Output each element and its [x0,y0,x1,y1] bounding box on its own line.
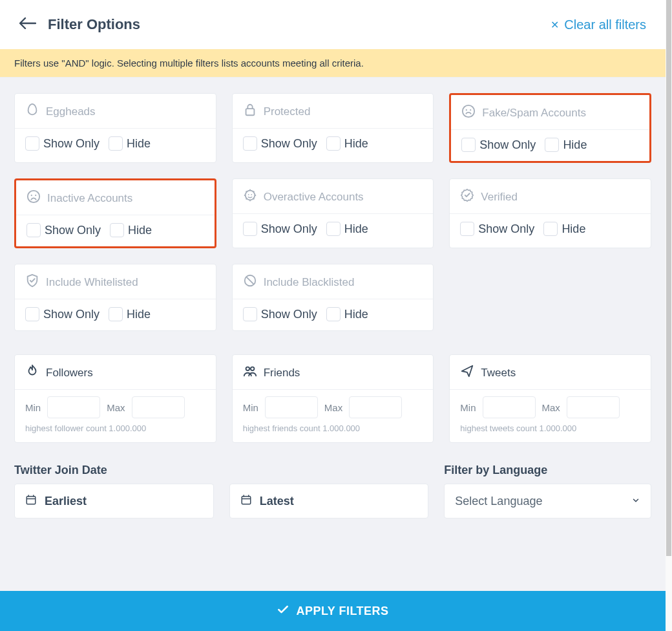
helper-text: highest tweets count 1.000.000 [450,421,651,442]
svg-point-2 [466,109,467,111]
send-icon [460,364,474,381]
hide-checkbox[interactable]: Hide [326,222,368,236]
tweets-min-input[interactable] [483,396,536,418]
filter-card-inactive: Inactive Accounts Show Only Hide [14,178,216,248]
filter-card-fakespam: Fake/Spam Accounts Show Only Hide [449,93,651,163]
show-only-checkbox[interactable]: Show Only [25,307,100,321]
hide-checkbox[interactable]: Hide [545,138,587,152]
show-only-checkbox[interactable]: Show Only [460,222,534,236]
check-icon [277,603,289,619]
top-bar: Filter Options ✕ Clear all filters [0,0,666,49]
card-title: Tweets [481,367,516,380]
tweets-max-input[interactable] [567,396,620,418]
back-icon[interactable] [19,17,36,32]
clear-all-filters-button[interactable]: ✕ Clear all filters [551,17,646,32]
show-only-checkbox[interactable]: Show Only [25,136,100,151]
helper-text: highest friends count 1.000.000 [233,421,434,442]
card-title: Include Blacklisted [264,276,355,289]
info-banner: Filters use "AND" logic. Selecting multi… [0,49,666,78]
calendar-icon [240,494,252,509]
verified-badge-icon [460,188,474,206]
card-title: Verified [481,191,518,204]
max-label: Max [542,402,560,413]
friends-icon [243,364,257,381]
hide-checkbox[interactable]: Hide [326,307,368,321]
hide-checkbox[interactable]: Hide [110,223,152,237]
filter-card-eggheads: Eggheads Show Only Hide [14,93,216,163]
filter-card-whitelisted: Include Whitelisted Show Only Hide [14,264,216,331]
earliest-label: Earliest [45,495,87,508]
svg-rect-13 [26,496,36,504]
min-label: Min [243,402,258,413]
show-only-checkbox[interactable]: Show Only [243,222,317,236]
hide-checkbox[interactable]: Hide [109,136,151,151]
card-title: Friends [264,367,300,380]
max-label: Max [324,402,342,413]
svg-rect-14 [242,496,251,504]
range-card-tweets: Tweets Min Max highest tweets count 1.00… [449,354,651,443]
flame-icon [25,364,39,381]
hide-checkbox[interactable]: Hide [109,307,151,321]
language-heading: Filter by Language [444,443,651,484]
earliest-date-button[interactable]: Earliest [14,484,214,519]
card-title: Include Whitelisted [46,276,138,289]
join-date-heading: Twitter Join Date [14,443,428,484]
range-card-friends: Friends Min Max highest friends count 1.… [232,354,434,443]
svg-point-6 [35,195,36,196]
gear-smile-icon [243,188,257,206]
page-title: Filter Options [48,16,140,33]
svg-point-8 [247,194,249,195]
svg-point-1 [463,105,474,117]
svg-point-5 [31,195,32,196]
svg-point-12 [251,367,255,371]
latest-date-button[interactable]: Latest [229,484,429,519]
svg-point-9 [251,194,252,195]
close-icon: ✕ [551,19,559,31]
min-label: Min [25,402,41,413]
helper-text: highest follower count 1.000.000 [15,421,216,442]
scrollbar[interactable] [666,0,672,631]
svg-point-11 [246,367,249,371]
svg-point-3 [470,109,471,111]
sad-face-icon [461,104,476,122]
min-label: Min [460,402,476,413]
range-card-followers: Followers Min Max highest follower count… [14,354,216,443]
svg-rect-0 [246,109,254,115]
ban-icon [243,273,257,291]
language-select[interactable]: Select Language [444,484,651,519]
chevron-down-icon [631,495,640,508]
filter-card-overactive: Overactive Accounts Show Only Hide [232,178,434,248]
followers-min-input[interactable] [47,396,100,418]
filter-card-blacklisted: Include Blacklisted Show Only Hide [232,264,434,331]
max-label: Max [107,402,125,413]
clear-all-label: Clear all filters [564,17,646,32]
card-title: Eggheads [46,105,96,118]
show-only-checkbox[interactable]: Show Only [26,223,101,237]
filter-card-protected: Protected Show Only Hide [232,93,434,163]
show-only-checkbox[interactable]: Show Only [243,136,317,151]
hide-checkbox[interactable]: Hide [543,222,585,236]
calendar-icon [25,494,37,509]
shield-check-icon [25,273,39,291]
card-title: Protected [264,105,311,118]
lock-icon [243,103,257,120]
show-only-checkbox[interactable]: Show Only [243,307,317,321]
friends-min-input[interactable] [265,396,318,418]
card-title: Overactive Accounts [264,191,364,204]
card-title: Fake/Spam Accounts [482,107,586,120]
egg-icon [25,103,39,120]
followers-max-input[interactable] [132,396,185,418]
apply-filters-button[interactable]: APPLY FILTERS [0,591,666,631]
svg-point-4 [28,191,39,202]
hide-checkbox[interactable]: Hide [326,136,368,151]
apply-label: APPLY FILTERS [296,604,388,618]
card-title: Inactive Accounts [47,192,132,205]
card-title: Followers [46,367,93,380]
friends-max-input[interactable] [349,396,402,418]
show-only-checkbox[interactable]: Show Only [461,138,536,152]
svg-point-7 [245,191,255,200]
filter-card-verified: Verified Show Only Hide [449,178,651,248]
latest-label: Latest [260,495,294,508]
frown-icon [26,189,41,207]
language-placeholder: Select Language [455,495,542,508]
